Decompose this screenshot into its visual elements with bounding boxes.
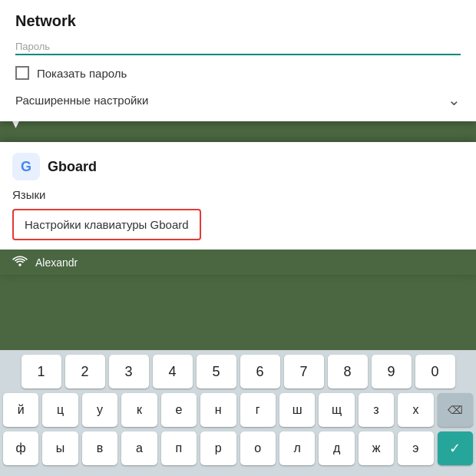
key-щ[interactable]: щ [319, 393, 354, 427]
key-п[interactable]: п [161, 431, 197, 465]
confirm-key[interactable]: ✓ [438, 431, 473, 465]
gboard-header: G Gboard [12, 153, 464, 180]
network-dialog: Network Пароль Показать пароль Расширенн… [0, 0, 476, 121]
key-д[interactable]: д [319, 431, 354, 465]
show-password-label: Показать пароль [37, 67, 127, 80]
key-6[interactable]: 6 [240, 355, 280, 388]
svg-point-2 [18, 263, 21, 266]
key-ц[interactable]: ц [42, 393, 78, 427]
gboard-title: Gboard [48, 159, 97, 175]
key-н[interactable]: н [200, 393, 236, 427]
alexandr-label: Alexandr [35, 256, 78, 269]
key-х[interactable]: х [398, 393, 433, 427]
gboard-languages[interactable]: Языки [12, 188, 464, 201]
key-о[interactable]: о [240, 431, 276, 465]
key-ы[interactable]: ы [42, 431, 78, 465]
password-label: Пароль [15, 41, 461, 52]
key-3[interactable]: 3 [109, 355, 149, 388]
gboard-popup: G Gboard Языки Настройки клавиатуры Gboa… [0, 142, 476, 275]
backspace-key[interactable]: ⌫ [438, 393, 473, 427]
key-7[interactable]: 7 [284, 355, 324, 388]
keyboard-row-1: й ц у к е н г ш щ з х ⌫ [3, 393, 473, 427]
key-а[interactable]: а [121, 431, 157, 465]
key-з[interactable]: з [359, 393, 394, 427]
key-ф[interactable]: ф [3, 431, 38, 465]
key-в[interactable]: в [82, 431, 117, 465]
gboard-logo-svg: G [15, 156, 37, 177]
svg-text:G: G [21, 159, 31, 174]
keyboard-row-numbers: 1 2 3 4 5 6 7 8 9 0 [3, 355, 473, 388]
key-й[interactable]: й [3, 393, 38, 427]
alexandr-row[interactable]: Alexandr [0, 250, 476, 275]
key-9[interactable]: 9 [372, 355, 412, 388]
gboard-settings-button[interactable]: Настройки клавиатуры Gboard [12, 209, 201, 240]
keyboard-row-2: ф ы в а п р о л д ж э ✓ [3, 431, 473, 465]
alexandr-wifi-icon [12, 254, 28, 270]
key-р[interactable]: р [200, 431, 236, 465]
key-0[interactable]: 0 [415, 355, 455, 388]
chevron-down-icon: ⌄ [448, 91, 461, 109]
gboard-logo: G [12, 153, 40, 180]
key-8[interactable]: 8 [328, 355, 368, 388]
key-е[interactable]: е [161, 393, 197, 427]
advanced-settings-label: Расширенные настройки [15, 94, 148, 107]
key-5[interactable]: 5 [197, 355, 236, 388]
show-password-row[interactable]: Показать пароль [15, 66, 461, 80]
key-у[interactable]: у [82, 393, 117, 427]
key-ж[interactable]: ж [359, 431, 394, 465]
key-л[interactable]: л [279, 431, 315, 465]
keyboard: 1 2 3 4 5 6 7 8 9 0 й ц у к е н г ш щ з … [0, 350, 476, 476]
key-г[interactable]: г [240, 393, 276, 427]
key-2[interactable]: 2 [65, 355, 105, 388]
show-password-checkbox[interactable] [15, 66, 29, 80]
advanced-settings-row[interactable]: Расширенные настройки ⌄ [15, 91, 461, 112]
key-к[interactable]: к [121, 393, 157, 427]
key-1[interactable]: 1 [21, 355, 61, 388]
key-э[interactable]: э [398, 431, 433, 465]
key-ш[interactable]: ш [279, 393, 315, 427]
password-underline [15, 54, 461, 55]
network-title: Network [15, 12, 461, 30]
key-4[interactable]: 4 [153, 355, 193, 388]
